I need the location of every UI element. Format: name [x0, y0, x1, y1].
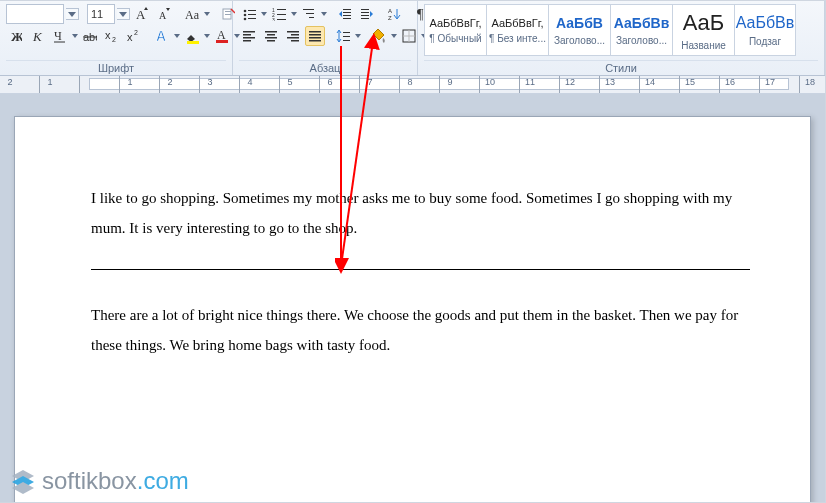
style-sample: АаБбВвГг, — [430, 17, 482, 29]
multilevel-list-button[interactable] — [299, 4, 319, 24]
font-group: A A Aa Ж К Ч abc x2 x2 A — [0, 1, 233, 75]
svg-rect-40 — [361, 12, 369, 13]
text-effects-dropdown[interactable] — [174, 26, 180, 46]
svg-point-20 — [244, 10, 247, 13]
highlight-button[interactable] — [182, 26, 202, 46]
svg-rect-48 — [243, 37, 255, 39]
bullets-dropdown[interactable] — [261, 4, 267, 24]
svg-text:Z: Z — [388, 15, 392, 21]
svg-text:2: 2 — [134, 29, 138, 36]
svg-rect-63 — [343, 36, 350, 37]
svg-rect-38 — [343, 18, 351, 19]
style-sample: АаБбВвГг, — [492, 17, 544, 29]
shading-dropdown[interactable] — [391, 26, 397, 46]
style-name: Подзаг — [749, 36, 781, 47]
font-color-button[interactable]: A — [212, 26, 232, 46]
superscript-button[interactable]: x2 — [124, 26, 144, 46]
font-name-dropdown[interactable] — [66, 8, 79, 20]
svg-text:A: A — [388, 8, 392, 14]
style-name: ¶ Без инте... — [489, 33, 546, 44]
bold-button[interactable]: Ж — [6, 26, 26, 46]
svg-text:Ч: Ч — [54, 29, 62, 43]
watermark-text-1: softikbox — [42, 467, 137, 495]
font-group-label: Шрифт — [6, 60, 226, 74]
style-item-1[interactable]: АаБбВвГг,¶ Без инте... — [486, 4, 548, 56]
style-item-0[interactable]: АаБбВвГг,¶ Обычный — [424, 4, 486, 56]
font-size-input[interactable] — [87, 4, 115, 24]
sort-button[interactable]: AZ — [385, 4, 405, 24]
numbering-dropdown[interactable] — [291, 4, 297, 24]
svg-rect-31 — [277, 19, 286, 20]
styles-group: АаБбВвГг,¶ ОбычныйАаБбВвГг,¶ Без инте...… — [418, 1, 825, 75]
styles-group-label: Стили — [424, 60, 818, 74]
font-size-dropdown[interactable] — [117, 8, 130, 20]
line-spacing-button[interactable] — [333, 26, 353, 46]
horizontal-ruler[interactable]: 21123456789101112131415161718 — [0, 76, 825, 94]
underline-dropdown[interactable] — [72, 26, 78, 46]
svg-rect-29 — [277, 9, 286, 10]
style-sample: АаБ — [683, 10, 725, 36]
svg-text:3: 3 — [272, 17, 275, 21]
style-item-5[interactable]: АаБбВвПодзаг — [734, 4, 796, 56]
style-item-4[interactable]: АаБНазвание — [672, 4, 734, 56]
increase-indent-button[interactable] — [357, 4, 377, 24]
svg-text:2: 2 — [112, 36, 116, 43]
underline-button[interactable]: Ч — [50, 26, 70, 46]
svg-rect-51 — [267, 34, 275, 36]
svg-text:x: x — [127, 31, 133, 43]
svg-text:A: A — [217, 28, 226, 42]
align-center-button[interactable] — [261, 26, 281, 46]
highlight-dropdown[interactable] — [204, 26, 210, 46]
strikethrough-button[interactable]: abc — [80, 26, 100, 46]
svg-rect-56 — [287, 37, 299, 39]
svg-rect-49 — [243, 40, 251, 42]
style-name: Заголово... — [616, 35, 667, 46]
style-sample: АаБбВв — [736, 14, 795, 32]
document-page[interactable]: I like to go shopping. Sometimes my moth… — [14, 116, 811, 502]
svg-rect-42 — [361, 18, 369, 19]
svg-text:A: A — [156, 28, 166, 44]
numbering-button[interactable]: 123 — [269, 4, 289, 24]
svg-text:Ж: Ж — [11, 29, 22, 43]
svg-rect-59 — [309, 34, 321, 36]
svg-point-22 — [244, 18, 247, 21]
logo-icon — [8, 466, 38, 496]
shading-button[interactable] — [369, 26, 389, 46]
line-spacing-dropdown[interactable] — [355, 26, 361, 46]
svg-rect-47 — [243, 34, 251, 36]
change-case-dropdown[interactable] — [204, 4, 210, 24]
svg-rect-4 — [225, 11, 231, 12]
decrease-indent-button[interactable] — [335, 4, 355, 24]
svg-rect-58 — [309, 31, 321, 33]
italic-button[interactable]: К — [28, 26, 48, 46]
style-name: Заголово... — [554, 35, 605, 46]
paragraph-1[interactable]: I like to go shopping. Sometimes my moth… — [91, 183, 750, 243]
justify-button[interactable] — [305, 26, 325, 46]
svg-text:Aa: Aa — [185, 8, 199, 21]
shrink-font-button[interactable]: A — [154, 4, 174, 24]
svg-text:A: A — [136, 7, 146, 21]
grow-font-button[interactable]: A — [132, 4, 152, 24]
align-left-button[interactable] — [239, 26, 259, 46]
align-right-button[interactable] — [283, 26, 303, 46]
style-item-2[interactable]: АаБбВЗаголово... — [548, 4, 610, 56]
subscript-button[interactable]: x2 — [102, 26, 122, 46]
svg-text:К: К — [32, 29, 43, 43]
svg-text:A: A — [159, 10, 167, 21]
paragraph-2[interactable]: There are a lot of bright nice things th… — [91, 300, 750, 360]
change-case-button[interactable]: Aa — [182, 4, 202, 24]
svg-text:x: x — [105, 29, 111, 41]
svg-rect-5 — [225, 14, 231, 15]
svg-rect-32 — [303, 9, 314, 10]
svg-rect-33 — [306, 13, 314, 14]
borders-button[interactable] — [399, 26, 419, 46]
svg-rect-23 — [248, 10, 256, 11]
bullets-button[interactable] — [239, 4, 259, 24]
svg-point-21 — [244, 14, 247, 17]
svg-rect-61 — [309, 40, 321, 42]
text-effects-button[interactable]: A — [152, 26, 172, 46]
svg-rect-64 — [343, 40, 350, 41]
font-name-input[interactable] — [6, 4, 64, 24]
style-item-3[interactable]: АаБбВвЗаголово... — [610, 4, 672, 56]
multilevel-dropdown[interactable] — [321, 4, 327, 24]
